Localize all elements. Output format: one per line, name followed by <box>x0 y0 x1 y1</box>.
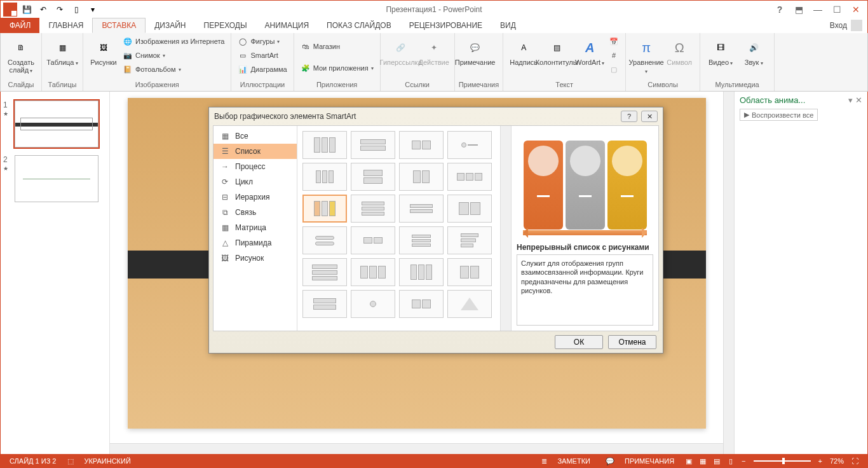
pictures-button[interactable]: 🖼 Рисунки <box>87 34 120 66</box>
layout-item[interactable] <box>399 131 444 159</box>
store-button[interactable]: 🛍Магазин <box>298 39 376 53</box>
layout-item[interactable] <box>399 226 444 254</box>
cat-picture[interactable]: 🖼Рисунок <box>214 251 297 266</box>
hyperlink-button[interactable]: 🔗Гиперссылка <box>384 34 417 66</box>
play-all-button[interactable]: ▶ Воспроизвести все <box>740 109 818 121</box>
date-time-button[interactable]: 📅 <box>606 34 621 48</box>
tab-transitions[interactable]: ПЕРЕХОДЫ <box>195 18 256 33</box>
layout-item[interactable] <box>351 195 395 223</box>
vertical-scrollbar[interactable] <box>723 92 734 454</box>
cat-all[interactable]: ▦Все <box>214 128 297 144</box>
layout-item[interactable] <box>447 290 492 318</box>
layout-item[interactable] <box>399 195 444 223</box>
qat-customize-icon[interactable]: ▾ <box>86 3 100 17</box>
screenshot-button[interactable]: 📷Снимок <box>120 48 227 62</box>
smartart-button[interactable]: ▭SmartArt <box>235 48 289 62</box>
pane-dropdown-icon[interactable]: ▾ <box>848 95 853 105</box>
tab-file[interactable]: ФАЙЛ <box>1 18 39 33</box>
photo-album-button[interactable]: 📔Фотоальбом <box>120 62 227 76</box>
fit-window-icon[interactable]: ⛶ <box>848 457 862 465</box>
layout-item[interactable] <box>399 163 444 191</box>
tab-insert[interactable]: ВСТАВКА <box>92 18 146 33</box>
ribbon-options-icon[interactable]: ⬒ <box>790 3 808 16</box>
layout-item[interactable] <box>351 258 395 286</box>
audio-button[interactable]: 🔊Звук <box>737 34 770 67</box>
layout-item[interactable] <box>351 226 395 254</box>
tab-slideshow[interactable]: ПОКАЗ СЛАЙДОВ <box>318 18 400 33</box>
view-sorter-icon[interactable]: ▦ <box>696 456 710 466</box>
minimize-icon[interactable]: — <box>809 3 827 16</box>
new-slide-button[interactable]: 🗎 Создать слайд <box>4 34 37 74</box>
zoom-in-icon[interactable]: + <box>815 457 826 465</box>
comment-button[interactable]: 💬Примечание <box>459 34 492 66</box>
layout-item[interactable] <box>302 258 347 286</box>
cat-hierarchy[interactable]: ⊟Иерархия <box>214 189 297 205</box>
thumbnail-2[interactable]: 2 ★ <box>1 151 109 206</box>
cat-pyramid[interactable]: △Пирамида <box>214 235 297 251</box>
close-icon[interactable]: ✕ <box>847 3 865 16</box>
tab-review[interactable]: РЕЦЕНЗИРОВАНИЕ <box>400 18 491 33</box>
pane-close-icon[interactable]: ✕ <box>855 95 862 105</box>
ok-button[interactable]: ОК <box>555 335 603 349</box>
object-button[interactable]: ▢ <box>606 62 621 76</box>
tab-view[interactable]: ВИД <box>491 18 525 33</box>
chart-button[interactable]: 📊Диаграмма <box>235 62 289 76</box>
slide-counter[interactable]: СЛАЙД 1 ИЗ 2 <box>6 457 60 465</box>
sign-in[interactable]: Вход <box>830 18 867 33</box>
dialog-help-icon[interactable]: ? <box>621 111 637 122</box>
zoom-level[interactable]: 72% <box>826 457 848 465</box>
layout-item[interactable] <box>302 226 347 254</box>
qat-save-icon[interactable]: 💾 <box>20 3 34 17</box>
header-footer-button[interactable]: ▤Колонтитулы <box>540 34 573 66</box>
slide-number-button[interactable]: # <box>606 48 621 62</box>
maximize-icon[interactable]: ☐ <box>828 3 846 16</box>
tab-animations[interactable]: АНИМАЦИЯ <box>256 18 318 33</box>
cat-process[interactable]: →Процесс <box>214 159 297 174</box>
layout-item[interactable] <box>351 163 395 191</box>
online-pictures-button[interactable]: 🌐Изображения из Интернета <box>120 34 227 48</box>
tab-home[interactable]: ГЛАВНАЯ <box>39 18 92 33</box>
dialog-close-icon[interactable]: ✕ <box>641 111 658 122</box>
action-button[interactable]: ✦Действие <box>417 34 451 66</box>
qat-redo-icon[interactable]: ↷ <box>53 3 67 17</box>
thumbnail-1[interactable]: 1 ★ <box>1 97 109 151</box>
layout-item-selected[interactable] <box>302 195 347 223</box>
layout-item[interactable] <box>351 131 395 159</box>
horizontal-scrollbar[interactable] <box>110 443 723 454</box>
cat-cycle[interactable]: ⟳Цикл <box>214 174 297 189</box>
symbol-button[interactable]: ΩСимвол <box>663 34 696 66</box>
layout-item[interactable] <box>447 163 492 191</box>
language-button[interactable]: ⬚УКРАИНСКИЙ <box>60 457 138 465</box>
qat-undo-icon[interactable]: ↶ <box>36 3 50 17</box>
layout-item[interactable] <box>302 290 347 318</box>
grid-scrollbar[interactable] <box>500 126 511 331</box>
table-button[interactable]: ▦ Таблица <box>46 34 79 67</box>
zoom-out-icon[interactable]: − <box>738 457 749 465</box>
layout-item[interactable] <box>399 258 444 286</box>
layout-item[interactable] <box>447 226 492 254</box>
cat-list[interactable]: ☰Список <box>214 144 297 159</box>
layout-item[interactable] <box>399 290 444 318</box>
my-apps-button[interactable]: 🧩Мои приложения <box>298 61 376 75</box>
layout-item[interactable] <box>447 195 492 223</box>
view-reading-icon[interactable]: ▤ <box>710 456 724 466</box>
cancel-button[interactable]: Отмена <box>608 335 656 349</box>
comments-button[interactable]: 💬ПРИМЕЧАНИЯ <box>598 457 682 465</box>
cat-relationship[interactable]: ⧉Связь <box>214 205 297 220</box>
layout-item[interactable] <box>302 163 347 191</box>
qat-start-icon[interactable]: ▯ <box>69 3 83 17</box>
video-button[interactable]: 🎞Видео <box>704 34 737 67</box>
layout-item[interactable] <box>447 131 492 159</box>
layout-item[interactable] <box>447 258 492 286</box>
equation-button[interactable]: πУравнение <box>630 34 663 75</box>
tab-design[interactable]: ДИЗАЙН <box>146 18 194 33</box>
layout-item[interactable] <box>302 131 347 159</box>
wordart-button[interactable]: AWordArt <box>573 34 606 67</box>
zoom-slider[interactable] <box>754 460 811 462</box>
cat-matrix[interactable]: ▦Матрица <box>214 220 297 235</box>
view-normal-icon[interactable]: ▣ <box>682 456 696 466</box>
shapes-button[interactable]: ◯Фигуры <box>235 34 289 48</box>
layout-item[interactable] <box>351 290 395 318</box>
notes-button[interactable]: ≣ЗАМЕТКИ <box>534 457 598 465</box>
help-icon[interactable]: ? <box>771 3 789 16</box>
